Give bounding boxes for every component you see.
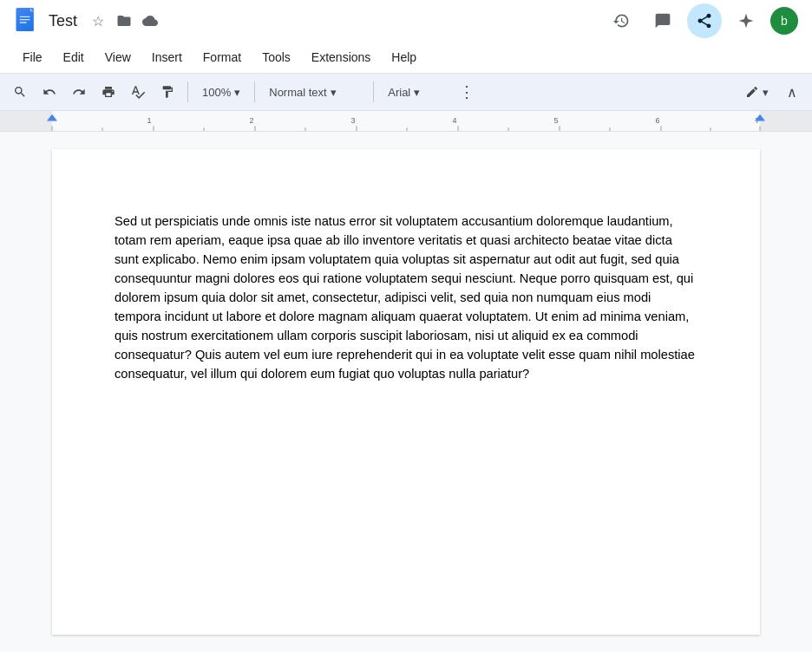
paint-format-button[interactable] [154,79,180,105]
more-options-button[interactable]: ⋮ [454,79,480,105]
zoom-arrow: ▾ [234,86,240,99]
redo-button[interactable] [66,79,92,105]
gemini-button[interactable] [729,3,763,38]
doc-title[interactable]: Test [49,12,77,30]
title-right: b [604,3,798,38]
svg-rect-4 [20,22,27,23]
collapse-toolbar-button[interactable]: ∧ [779,79,805,105]
style-arrow: ▾ [331,86,337,99]
svg-rect-6 [0,111,52,131]
menu-extensions[interactable]: Extensions [303,47,379,68]
menu-file[interactable]: File [14,47,51,68]
style-selector[interactable]: Normal text ▾ [262,79,366,105]
page[interactable]: Sed ut perspiciatis unde omnis iste natu… [52,149,760,635]
font-selector[interactable]: Arial ▾ [381,79,450,105]
doc-area: Sed ut perspiciatis unde omnis iste natu… [0,132,812,652]
svg-text:5: 5 [553,117,558,126]
avatar[interactable]: b [770,7,798,35]
edit-mode-arrow: ▾ [763,86,769,99]
menu-view[interactable]: View [96,47,140,68]
edit-mode-selector[interactable]: ▾ [738,79,776,105]
star-icon[interactable]: ☆ [88,10,108,31]
svg-text:6: 6 [655,117,659,126]
toolbar: 100% ▾ Normal text ▾ Arial ▾ ⋮ ▾ ∧ [0,73,812,111]
doc-icon [14,7,42,35]
svg-text:1: 1 [147,117,151,126]
style-value: Normal text [269,86,326,99]
search-button[interactable] [7,79,33,105]
menu-bar: File Edit View Insert Format Tools Exten… [0,42,812,73]
doc-body-text[interactable]: Sed ut perspiciatis unde omnis iste natu… [115,212,697,383]
cloud-icon[interactable] [140,10,160,31]
svg-rect-3 [20,19,30,20]
toolbar-divider-3 [373,82,374,102]
menu-tools[interactable]: Tools [253,47,299,68]
svg-rect-7 [760,111,812,131]
toolbar-divider-1 [187,82,188,102]
svg-text:2: 2 [249,117,253,126]
zoom-selector[interactable]: 100% ▾ [195,79,247,105]
share-button[interactable] [687,3,722,38]
menu-edit[interactable]: Edit [55,47,93,68]
folder-icon[interactable] [114,10,134,31]
ruler: 1 2 3 4 5 6 7 [0,111,812,132]
menu-help[interactable]: Help [383,47,425,68]
svg-text:4: 4 [452,117,456,126]
title-bar: Test ☆ b [0,0,812,42]
print-button[interactable] [95,79,121,105]
font-arrow: ▾ [414,86,420,99]
comments-button[interactable] [645,3,680,38]
title-icons: ☆ [88,10,160,31]
toolbar-divider-2 [254,82,255,102]
history-button[interactable] [604,3,638,38]
menu-insert[interactable]: Insert [143,47,191,68]
svg-text:3: 3 [350,117,355,126]
toolbar-right: ▾ ∧ [738,79,805,105]
font-value: Arial [388,86,410,99]
svg-rect-5 [0,111,812,131]
zoom-value: 100% [202,86,231,99]
menu-format[interactable]: Format [194,47,250,68]
svg-rect-2 [20,16,30,17]
undo-button[interactable] [36,79,62,105]
spellcheck-button[interactable] [125,79,151,105]
